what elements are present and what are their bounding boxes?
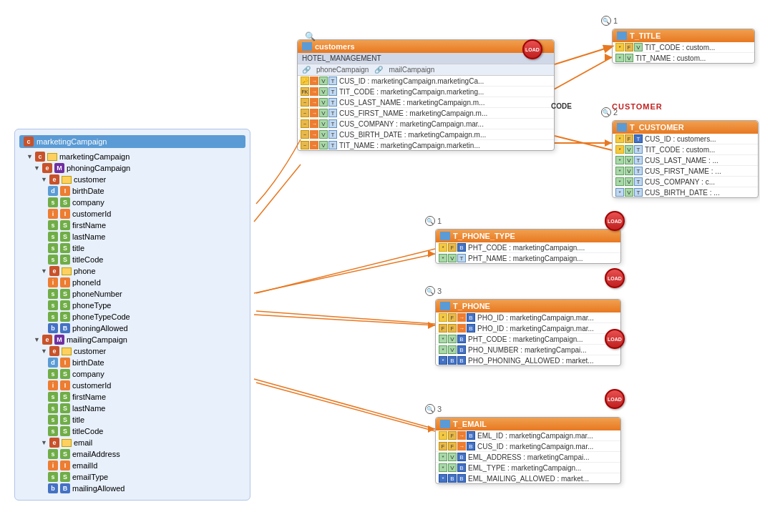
tree-label: company xyxy=(72,198,104,207)
teml-row-text-3: EML_ADDRESS : marketingCampai... xyxy=(468,453,590,461)
key-icon: * xyxy=(615,43,624,51)
b-icon: * xyxy=(439,474,447,483)
expand-icon: ▼ xyxy=(41,439,47,446)
tree-item-phoneid: i I phoneId xyxy=(48,277,245,288)
arrow-icon: → xyxy=(310,98,318,107)
fk-icon: ~ xyxy=(301,130,309,139)
v-icon: * xyxy=(439,345,447,354)
t-phone-type-header: T_PHONE_TYPE xyxy=(436,230,620,242)
tree-label: lastName xyxy=(72,232,105,241)
v-icon: V xyxy=(448,345,457,354)
fk-icon: F xyxy=(439,324,447,332)
badge-s: s xyxy=(48,289,58,299)
v-icon: V xyxy=(634,43,643,51)
load-button-temail[interactable]: LOAD xyxy=(605,389,625,409)
tree-item-birthdate-2: d I birthDate xyxy=(48,357,245,368)
t-icon: T xyxy=(634,167,643,175)
fk-icon: ~ xyxy=(301,98,309,107)
tree-item-customer-1[interactable]: ▼ e customer xyxy=(41,174,245,185)
t-icon: T xyxy=(328,130,337,139)
t-phone-header: T_PHONE xyxy=(436,300,620,312)
v-icon: * xyxy=(615,156,624,164)
fk-icon: F xyxy=(448,431,457,440)
arrow-icon: → xyxy=(457,313,466,322)
tpho-row-2: F F → B PHO_ID : marketingCampaign.mar..… xyxy=(436,323,620,334)
tree-item-firstname-1: s S firstName xyxy=(48,220,245,231)
type-badge: S xyxy=(60,243,70,253)
cus-row-text-3: CUS_LAST_NAME : marketingCampaign.m... xyxy=(339,99,484,107)
tree-item-title-2: s S title xyxy=(48,414,245,425)
badge-s: s xyxy=(48,220,58,230)
load-button-customers[interactable]: LOAD xyxy=(522,39,542,59)
expand-icon: ▼ xyxy=(41,267,47,275)
t-icon: T xyxy=(634,145,643,154)
tpho-row-text-1: PHO_ID : marketingCampaign.mar... xyxy=(477,314,594,322)
svg-marker-8 xyxy=(428,322,435,329)
svg-marker-4 xyxy=(605,139,612,147)
tree-panel: c marketingCampaign ▼ c marketingCampaig… xyxy=(14,129,250,501)
teml-row-text-2: CUS_ID : marketingCampaign.mar... xyxy=(477,443,593,450)
b-icon: B xyxy=(457,453,466,461)
b-icon: B xyxy=(467,313,475,322)
teml-row-3: * V B EML_ADDRESS : marketingCampai... xyxy=(436,452,620,463)
tree-item-marketing[interactable]: ▼ c marketingCampaign xyxy=(26,151,245,162)
tcust-row-6: * V T CUS_BIRTH_DATE : ... xyxy=(613,187,758,197)
fk-icon: ~ xyxy=(301,141,309,149)
tab-phone[interactable]: phoneCampaign xyxy=(316,66,369,74)
svg-marker-10 xyxy=(428,425,435,433)
tree-label: titleCode xyxy=(72,255,103,264)
tree-item-phone[interactable]: ▼ e phone xyxy=(41,265,245,277)
t-customer-header: T_CUSTOMER xyxy=(613,121,758,134)
load-button-tphone[interactable]: LOAD xyxy=(605,329,625,349)
badge-e: e xyxy=(42,163,52,173)
key-icon: * xyxy=(615,145,624,154)
badge-s: s xyxy=(48,426,58,436)
customers-tabs: 🔗 phoneCampaign 🔗 mailCampaign xyxy=(298,64,554,76)
type-badge: S xyxy=(60,472,70,482)
v-icon: * xyxy=(439,463,447,472)
load-button-tphonetype[interactable]: LOAD xyxy=(605,268,625,288)
t-icon: * xyxy=(615,188,624,197)
magnifier-icon: 🔍 xyxy=(425,286,435,296)
tree-item-email[interactable]: ▼ e email xyxy=(41,437,245,448)
v-icon: V xyxy=(319,87,328,96)
badge-e: e xyxy=(49,174,59,184)
magnifier-icon: 🔍 xyxy=(425,216,435,226)
type-badge: I xyxy=(60,186,70,196)
tree-item-emailaddress: s S emailAddress xyxy=(48,448,245,460)
badge-b: b xyxy=(48,323,58,333)
badge-s: s xyxy=(48,255,58,265)
badge-s: s xyxy=(48,449,58,459)
tree-label: phoneNumber xyxy=(72,290,122,298)
tree-item-lastname: s S lastName xyxy=(48,231,245,242)
v-icon: * xyxy=(439,254,447,262)
teml-row-1: * F → B EML_ID : marketingCampaign.mar..… xyxy=(436,430,620,441)
b-icon: B xyxy=(457,335,466,343)
tcust-row-text-1: CUS_ID : customers... xyxy=(645,135,716,143)
tree-item-mailing[interactable]: ▼ e M mailingCampaign xyxy=(34,334,245,345)
v-icon: V xyxy=(448,335,457,343)
badge-i: i xyxy=(48,380,58,390)
type-badge: S xyxy=(60,369,70,379)
load-btn-label: LOAD xyxy=(525,47,540,52)
ttitle-row-text-2: TIT_NAME : custom... xyxy=(635,54,706,62)
cus-row-4: ~ → V T CUS_FIRST_NAME : marketingCampai… xyxy=(298,108,554,119)
t-customer-box: T_CUSTOMER * F T CUS_ID : customers... *… xyxy=(612,120,759,198)
code-label: CODE xyxy=(551,102,572,110)
tree-item-phoning[interactable]: ▼ e M phoningCampaign xyxy=(34,162,245,174)
tree-label: lastName xyxy=(72,404,105,413)
expand-icon: ▼ xyxy=(34,164,40,172)
tcust-row-5: * V T CUS_COMPANY : c... xyxy=(613,177,758,187)
tree-item-customerid: i I customerId xyxy=(48,208,245,220)
cus-row-text-1: CUS_ID : marketingCampaign.marketingCa..… xyxy=(339,77,484,85)
tree-item-mailingallowed: b B mailingAllowed xyxy=(48,483,245,494)
load-button-tcustomer[interactable]: LOAD xyxy=(605,211,625,231)
magnifier-icon: 🔍 xyxy=(425,404,435,414)
badge-i: i xyxy=(48,277,58,287)
tab-mail[interactable]: mailCampaign xyxy=(389,66,434,74)
tpt-row-2: * V T PHT_NAME : marketingCampaign... xyxy=(436,253,620,263)
tree-item-customer-2[interactable]: ▼ e customer xyxy=(41,345,245,357)
type-badge: S xyxy=(60,403,70,413)
tree-label: title xyxy=(72,415,84,424)
tcust-row-text-6: CUS_BIRTH_DATE : ... xyxy=(645,189,720,197)
